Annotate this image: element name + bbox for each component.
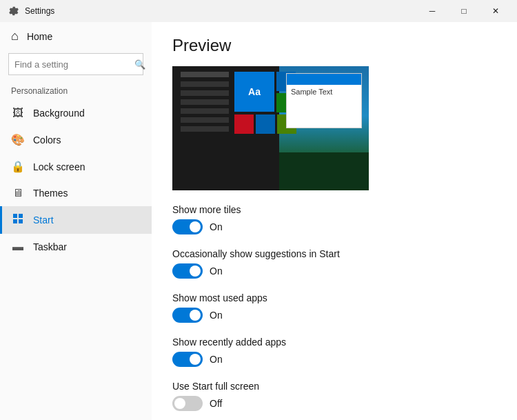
close-button[interactable]: ✕ (480, 0, 511, 22)
svg-rect-0 (13, 214, 17, 218)
toggle-most-used[interactable] (172, 308, 203, 323)
sidebar-item-background[interactable]: 🖼 Background (0, 100, 152, 126)
toggle-more-tiles[interactable] (172, 219, 203, 234)
page-title: Preview (172, 36, 496, 55)
toggle-row-full-screen: Off (172, 396, 496, 411)
toggle-knob-suggestions (190, 266, 201, 277)
toggle-full-screen[interactable] (172, 396, 203, 411)
setting-label-most-used: Show most used apps (172, 292, 496, 303)
background-label: Background (33, 108, 85, 119)
toggle-state-recently-added: On (210, 354, 223, 365)
sidebar-item-colors[interactable]: 🎨 Colors (0, 126, 152, 153)
colors-label: Colors (33, 134, 61, 146)
app-body: ⌂ Home 🔍 Personalization 🖼 Background 🎨 … (0, 22, 517, 420)
desktop-preview: Sample Text (279, 66, 369, 190)
toggle-knob-most-used (190, 310, 201, 321)
start-label: Start (33, 214, 54, 226)
setting-label-more-tiles: Show more tiles (172, 204, 496, 215)
sidebar-item-taskbar[interactable]: ▬ Taskbar (0, 234, 152, 260)
setting-more-tiles: Show more tilesOn (172, 204, 496, 234)
themes-label: Themes (33, 188, 68, 199)
setting-label-recently-added: Show recently added apps (172, 337, 496, 348)
toggle-suggestions[interactable] (172, 263, 203, 279)
toggle-row-more-tiles: On (172, 219, 496, 234)
toggle-knob-recently-added (190, 354, 201, 365)
section-title: Personalization (0, 81, 152, 100)
sidebar: ⌂ Home 🔍 Personalization 🖼 Background 🎨 … (0, 22, 152, 420)
settings-list: Show more tilesOnOccasionally show sugge… (172, 204, 496, 420)
setting-recently-added: Show recently added appsOn (172, 337, 496, 367)
toggle-row-suggestions: On (172, 263, 496, 279)
svg-rect-1 (19, 214, 23, 218)
start-menu-preview: Aa (172, 66, 279, 190)
start-icon (11, 213, 25, 227)
toggle-row-recently-added: On (172, 352, 496, 367)
title-bar-left: Settings (8, 6, 54, 17)
sidebar-item-start[interactable]: Start (0, 206, 152, 234)
app-title: Settings (25, 6, 54, 16)
sample-window: Sample Text (286, 73, 362, 128)
search-icon: 🔍 (134, 59, 145, 70)
preview-image: Aa (172, 66, 369, 190)
setting-suggestions: Occasionally show suggestions in StartOn (172, 248, 496, 279)
colors-icon: 🎨 (11, 133, 25, 146)
toggle-recently-added[interactable] (172, 352, 203, 367)
toggle-state-more-tiles: On (210, 221, 223, 232)
toggle-state-full-screen: Off (210, 398, 222, 409)
setting-most-used: Show most used appsOn (172, 292, 496, 323)
taskbar-label: Taskbar (33, 241, 67, 252)
setting-label-full-screen: Use Start full screen (172, 381, 496, 392)
background-icon: 🖼 (11, 107, 25, 119)
window-controls: ─ □ ✕ (416, 0, 511, 22)
toggle-state-most-used: On (210, 310, 223, 321)
lockscreen-label: Lock screen (33, 161, 85, 172)
maximize-button[interactable]: □ (448, 0, 480, 22)
setting-label-suggestions: Occasionally show suggestions in Start (172, 248, 496, 259)
home-icon: ⌂ (11, 29, 19, 43)
sidebar-item-lockscreen[interactable]: 🔒 Lock screen (0, 153, 152, 180)
minimize-button[interactable]: ─ (416, 0, 448, 22)
search-box[interactable]: 🔍 (8, 53, 143, 75)
home-label: Home (27, 31, 52, 42)
toggle-knob-full-screen (174, 398, 185, 409)
svg-rect-2 (13, 219, 17, 223)
taskbar-icon: ▬ (11, 241, 25, 253)
title-bar: Settings ─ □ ✕ (0, 0, 517, 22)
svg-rect-3 (19, 219, 23, 223)
lockscreen-icon: 🔒 (11, 160, 25, 173)
home-item[interactable]: ⌂ Home (0, 22, 152, 50)
toggle-row-most-used: On (172, 308, 496, 323)
window-title-bar (287, 74, 361, 85)
settings-icon (8, 6, 19, 17)
sidebar-item-themes[interactable]: 🖥 Themes (0, 180, 152, 206)
themes-icon: 🖥 (11, 187, 25, 199)
toggle-knob-more-tiles (190, 221, 201, 232)
sample-text: Sample Text (291, 88, 332, 96)
search-input[interactable] (14, 59, 130, 70)
setting-full-screen: Use Start full screenOff (172, 381, 496, 411)
content-area: Preview (152, 22, 517, 420)
tile-aa: Aa (234, 72, 274, 112)
toggle-state-suggestions: On (210, 266, 223, 277)
